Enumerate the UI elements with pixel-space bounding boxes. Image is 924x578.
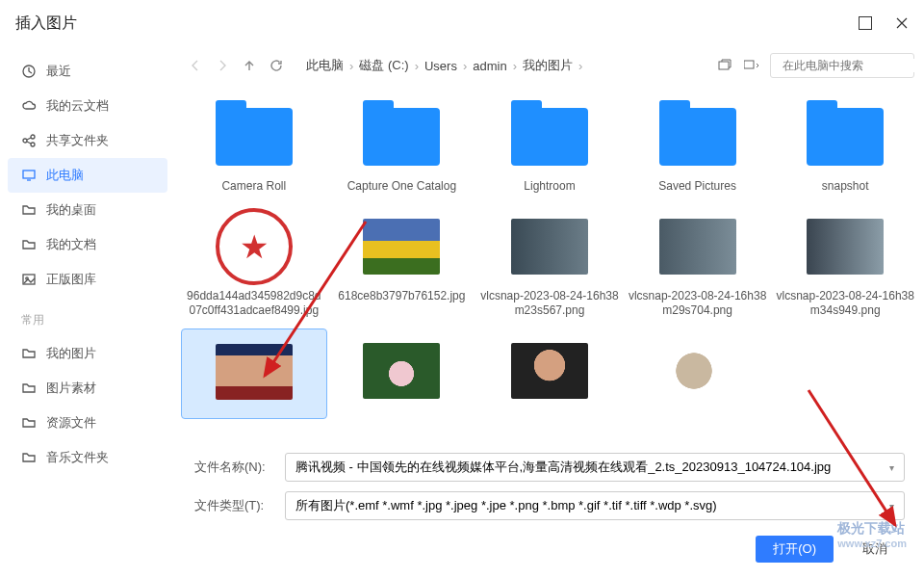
image-thumbnail: [216, 208, 293, 285]
file-name: Camera Roll: [221, 179, 286, 195]
monitor-icon: [21, 168, 37, 183]
arrow-up-icon: [243, 59, 256, 72]
image-item[interactable]: 96dda144ad345982d9c8d07c0ff431adcaef8499…: [181, 204, 327, 323]
toolbar: 此电脑›磁盘 (C:)›Users›admin›我的图片›: [175, 46, 924, 85]
dialog-title: 插入图片: [15, 13, 859, 34]
maximize-button[interactable]: [859, 16, 872, 30]
image-thumbnail: [807, 219, 884, 275]
sidebar-item-label: 正版图库: [46, 271, 96, 288]
thumbnail: [646, 208, 750, 285]
image-item[interactable]: [476, 328, 623, 419]
sidebar-item-icon: [21, 168, 37, 183]
folder-item[interactable]: snapshot: [772, 94, 918, 198]
folder-item[interactable]: Capture One Catalog: [329, 94, 475, 198]
sidebar-item-label: 我的文档: [46, 236, 96, 253]
file-name: Saved Pictures: [658, 179, 736, 195]
folder-icon: [511, 108, 588, 166]
image-item[interactable]: vlcsnap-2023-08-24-16h38m23s567.png: [476, 204, 623, 323]
sidebar-item-label: 我的图片: [46, 345, 96, 362]
folder-icon: [363, 108, 440, 166]
sidebar-item[interactable]: 正版图库: [8, 262, 167, 297]
breadcrumb-segment[interactable]: 我的图片: [519, 57, 577, 74]
sidebar-item-icon: [21, 133, 37, 148]
cloud-icon: [21, 98, 37, 114]
search-input[interactable]: [783, 59, 924, 72]
image-item[interactable]: vlcsnap-2023-08-24-16h38m29s704.png: [625, 204, 771, 323]
titlebar: 插入图片: [0, 0, 924, 46]
folder-icon: [659, 108, 736, 166]
view-mode-button[interactable]: [743, 57, 760, 74]
breadcrumb-segment[interactable]: 磁盘 (C:): [355, 57, 412, 74]
up-button[interactable]: [239, 55, 260, 76]
filename-combobox[interactable]: 腾讯视频 - 中国领先的在线视频媒体平台,海量高清视频在线观看_2.ts_202…: [285, 453, 905, 482]
new-window-button[interactable]: [716, 57, 733, 74]
image-icon: [21, 272, 37, 287]
sidebar-item-label: 图片素材: [46, 380, 96, 397]
image-item[interactable]: 618ce8b3797b76152.jpg: [329, 204, 475, 323]
folder-item[interactable]: Camera Roll: [181, 94, 327, 198]
sidebar-item[interactable]: 图片素材: [8, 371, 167, 406]
forward-button[interactable]: [212, 55, 233, 76]
image-item[interactable]: [329, 328, 475, 419]
sidebar-item[interactable]: 我的桌面: [8, 193, 167, 227]
view-icon: [744, 59, 759, 72]
file-grid: Camera RollCapture One CatalogLightroomS…: [175, 85, 924, 443]
sidebar-item-icon: [21, 272, 37, 287]
sidebar-item[interactable]: 我的云文档: [8, 89, 167, 123]
filetype-row: 文件类型(T): 所有图片(*.emf *.wmf *.jpg *.jpeg *…: [194, 491, 905, 520]
thumbnail: [349, 208, 453, 285]
chevron-down-icon: ▾: [889, 501, 894, 512]
filetype-value: 所有图片(*.emf *.wmf *.jpg *.jpeg *.jpe *.pn…: [295, 497, 717, 514]
sidebar-item[interactable]: 我的文档: [8, 227, 167, 262]
sidebar-item-icon: [21, 450, 37, 465]
arrow-right-icon: [216, 59, 229, 72]
sidebar-item[interactable]: 共享文件夹: [8, 123, 167, 158]
folder-icon: [807, 108, 884, 166]
share-icon: [21, 133, 37, 148]
refresh-button[interactable]: [266, 55, 287, 76]
content-area: 此电脑›磁盘 (C:)›Users›admin›我的图片› Camera Rol…: [175, 46, 924, 578]
close-button[interactable]: [895, 16, 909, 30]
svg-point-2: [31, 135, 35, 139]
image-thumbnail: [216, 344, 293, 400]
sidebar-item[interactable]: 资源文件: [8, 406, 167, 440]
sidebar-item[interactable]: 音乐文件夹: [8, 440, 167, 475]
sidebar-item[interactable]: 最近: [8, 54, 167, 89]
search-box[interactable]: [770, 53, 914, 78]
breadcrumb-segment[interactable]: Users: [421, 59, 461, 73]
folder-icon: [21, 346, 37, 361]
folder-item[interactable]: Lightroom: [476, 94, 623, 198]
breadcrumb-segment[interactable]: admin: [469, 59, 510, 73]
sidebar-section-label: 常用: [8, 299, 167, 334]
sidebar-item-label: 音乐文件夹: [46, 449, 109, 466]
sidebar-item-icon: [21, 346, 37, 361]
image-thumbnail: [363, 219, 440, 275]
filename-value: 腾讯视频 - 中国领先的在线视频媒体平台,海量高清视频在线观看_2.ts_202…: [295, 459, 831, 476]
file-name: vlcsnap-2023-08-24-16h38m23s567.png: [480, 289, 619, 319]
breadcrumb-segment[interactable]: 此电脑: [302, 57, 347, 74]
image-thumbnail: [511, 343, 588, 399]
folder-item[interactable]: Saved Pictures: [625, 94, 771, 198]
back-button[interactable]: [185, 55, 206, 76]
chevron-right-icon: ›: [577, 59, 584, 73]
cancel-button[interactable]: 取消: [845, 536, 905, 563]
svg-rect-7: [719, 62, 729, 69]
image-item[interactable]: [181, 328, 327, 419]
toolbar-right: [716, 53, 914, 78]
filetype-combobox[interactable]: 所有图片(*.emf *.wmf *.jpg *.jpeg *.jpe *.pn…: [285, 491, 905, 520]
open-button[interactable]: 打开(O): [756, 536, 834, 563]
sidebar: 最近我的云文档共享文件夹此电脑我的桌面我的文档正版图库 常用 我的图片图片素材资…: [0, 46, 175, 578]
sidebar-item-icon: [21, 381, 37, 396]
image-thumbnail: [659, 219, 736, 275]
sidebar-item-label: 共享文件夹: [46, 132, 109, 149]
image-thumbnail: [659, 343, 736, 399]
sidebar-item[interactable]: 我的图片: [8, 336, 167, 371]
image-item[interactable]: [625, 328, 771, 419]
main-layout: 最近我的云文档共享文件夹此电脑我的桌面我的文档正版图库 常用 我的图片图片素材资…: [0, 46, 924, 578]
image-item[interactable]: vlcsnap-2023-08-24-16h38m34s949.png: [772, 204, 918, 323]
sidebar-item[interactable]: 此电脑: [8, 158, 167, 193]
thumbnail: [498, 98, 602, 175]
image-thumbnail: [511, 219, 588, 275]
file-name: snapshot: [822, 179, 869, 195]
thumbnail: [498, 208, 602, 285]
